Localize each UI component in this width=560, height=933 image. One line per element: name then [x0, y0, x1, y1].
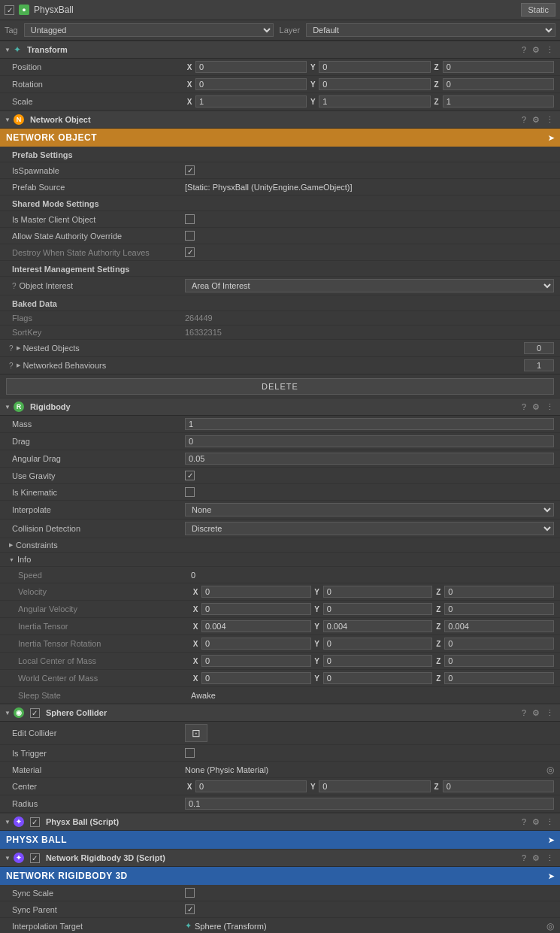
network-object-stripe-title: NETWORK OBJECT	[6, 132, 97, 143]
interp-target-eye-icon[interactable]: ◎	[546, 921, 554, 931]
object-interest-select[interactable]: Area Of Interest	[185, 279, 554, 292]
interp-target-label: Interpolation Target	[12, 922, 185, 931]
ang-vel-z-val: 0	[444, 603, 554, 615]
tag-layer-row: Tag Untagged Layer Default	[0, 20, 560, 41]
use-gravity-checkbox[interactable]	[185, 471, 195, 480]
scale-y-input[interactable]	[319, 95, 430, 108]
physx-ball-triangle[interactable]: ▼	[5, 819, 11, 825]
center-y-input[interactable]	[319, 780, 430, 792]
local-com-x-val: 0	[201, 655, 311, 667]
inertia-tensor-label: Inertia Tensor	[18, 622, 191, 631]
object-interest-row: ? Object Interest Area Of Interest	[0, 277, 560, 295]
object-icon: ●	[19, 5, 29, 15]
sphere-collider-gear-icon[interactable]: ⚙	[531, 708, 541, 718]
transform-more-icon[interactable]: ⋮	[544, 45, 555, 55]
sphere-collider-help-icon[interactable]: ?	[520, 708, 528, 718]
tag-select[interactable]: Untagged	[24, 23, 274, 37]
is-master-client-checkbox[interactable]	[185, 214, 195, 224]
networked-behaviours-help-icon[interactable]: ?	[9, 362, 14, 370]
edit-collider-button[interactable]: ⊡	[185, 724, 207, 742]
local-com-y-axis: Y	[313, 657, 322, 665]
transform-triangle[interactable]: ▼	[5, 47, 11, 53]
network-rigidbody-triangle[interactable]: ▼	[5, 855, 11, 862]
delete-button[interactable]: DELETE	[6, 378, 554, 395]
sphere-collider-triangle[interactable]: ▼	[5, 710, 11, 716]
nested-objects-row: ? ▶ Nested Objects 0	[0, 340, 560, 357]
network-object-triangle[interactable]: ▼	[5, 117, 11, 123]
network-rigidbody-more-icon[interactable]: ⋮	[544, 853, 555, 863]
pos-x-axis: X	[185, 63, 194, 71]
network-object-gear-icon[interactable]: ⚙	[531, 115, 541, 125]
is-trigger-checkbox[interactable]	[185, 748, 195, 758]
sphere-collider-active-checkbox[interactable]	[30, 708, 40, 718]
networked-behaviours-row: ? ▶ Networked Behaviours 1	[0, 357, 560, 374]
scale-x-input[interactable]	[195, 95, 307, 108]
sync-parent-checkbox[interactable]	[185, 904, 195, 914]
center-z-axis: Z	[432, 783, 441, 791]
rigidbody-gear-icon[interactable]: ⚙	[531, 402, 541, 412]
destroy-when-checkbox[interactable]	[185, 247, 195, 257]
pos-x-input[interactable]	[195, 61, 307, 73]
object-interest-help-icon[interactable]: ?	[12, 282, 17, 290]
rigidbody-help-icon[interactable]: ?	[520, 402, 528, 412]
center-x-input[interactable]	[195, 780, 307, 792]
local-com-label: Local Center of Mass	[18, 656, 191, 665]
rigidbody-props: Mass Drag Angular Drag Use Gravity Is Ki…	[0, 416, 560, 704]
use-gravity-row: Use Gravity	[0, 468, 560, 484]
network-object-help-icon[interactable]: ?	[520, 115, 528, 125]
sync-scale-checkbox[interactable]	[185, 888, 195, 898]
info-triangle[interactable]: ▼	[9, 557, 14, 562]
rot-z-axis: Z	[432, 80, 441, 89]
network-rigidbody-help-icon[interactable]: ?	[520, 853, 528, 863]
rigidbody-more-icon[interactable]: ⋮	[544, 402, 555, 412]
local-com-y-val: 0	[323, 655, 433, 667]
angular-drag-input[interactable]	[185, 453, 554, 465]
angular-drag-row: Angular Drag	[0, 450, 560, 468]
allow-state-checkbox[interactable]	[185, 231, 195, 241]
object-active-checkbox[interactable]	[5, 5, 14, 15]
world-com-fields: X0 Y0 Z0	[191, 672, 554, 684]
flags-row: Flags 264449	[0, 311, 560, 326]
is-kinematic-checkbox[interactable]	[185, 487, 195, 497]
flags-label: Flags	[12, 314, 185, 323]
is-spawnable-checkbox[interactable]	[185, 165, 195, 175]
rigidbody-triangle[interactable]: ▼	[5, 404, 11, 410]
physx-ball-help-icon[interactable]: ?	[520, 817, 528, 827]
interp-target-icon: ✦	[185, 921, 192, 931]
rot-y-input[interactable]	[319, 78, 430, 90]
nested-objects-help-icon[interactable]: ?	[9, 344, 14, 353]
drag-input[interactable]	[185, 435, 554, 447]
center-z-input[interactable]	[443, 780, 554, 792]
physx-ball-more-icon[interactable]: ⋮	[544, 817, 555, 827]
material-eye-icon[interactable]: ◎	[546, 765, 554, 775]
pos-z-input[interactable]	[443, 61, 554, 73]
static-button[interactable]: Static	[521, 3, 555, 17]
scale-z-input[interactable]	[443, 95, 554, 108]
local-com-z-val: 0	[444, 655, 554, 667]
physx-ball-title: Physx Ball (Script)	[46, 817, 517, 826]
rigidbody-icon: R	[14, 401, 24, 412]
layer-select[interactable]: Default	[306, 23, 555, 37]
collision-select[interactable]: Discrete	[185, 522, 554, 535]
physx-ball-gear-icon[interactable]: ⚙	[531, 817, 541, 827]
constraints-triangle[interactable]: ▶	[9, 542, 13, 548]
transform-help-icon[interactable]: ?	[520, 45, 528, 55]
rot-z-input[interactable]	[443, 78, 554, 90]
nested-objects-triangle[interactable]: ▶	[17, 345, 20, 351]
rot-x-input[interactable]	[195, 78, 307, 90]
network-rigidbody-gear-icon[interactable]: ⚙	[531, 853, 541, 863]
physx-ball-active-checkbox[interactable]	[30, 817, 40, 827]
radius-input[interactable]	[185, 798, 554, 810]
inertia-rot-y-val: 0	[323, 638, 433, 650]
network-object-more-icon[interactable]: ⋮	[544, 115, 555, 125]
interpolate-select[interactable]: None	[185, 503, 554, 516]
network-rigidbody-active-checkbox[interactable]	[30, 853, 40, 863]
transform-gear-icon[interactable]: ⚙	[531, 45, 541, 55]
inertia-tensor-row: Inertia Tensor X0.004 Y0.004 Z0.004	[0, 618, 560, 635]
sphere-collider-more-icon[interactable]: ⋮	[544, 708, 555, 718]
object-name: PhysxBall	[34, 5, 516, 15]
network-rigidbody-stripe-title: NETWORK RIGIDBODY 3D	[6, 871, 128, 881]
pos-y-input[interactable]	[319, 61, 430, 73]
networked-behaviours-triangle[interactable]: ▶	[17, 362, 20, 368]
mass-input[interactable]	[185, 418, 554, 430]
